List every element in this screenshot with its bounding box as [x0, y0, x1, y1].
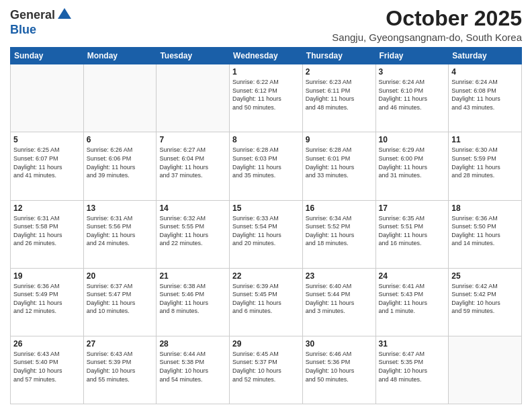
calendar-week-row: 12Sunrise: 6:31 AM Sunset: 5:58 PM Dayli… [11, 200, 522, 268]
day-number: 13 [87, 203, 154, 213]
day-info: Sunrise: 6:43 AM Sunset: 5:39 PM Dayligh… [87, 350, 154, 383]
col-thursday: Thursday [302, 48, 375, 64]
calendar-header-row: Sunday Monday Tuesday Wednesday Thursday… [11, 48, 522, 64]
table-row: 3Sunrise: 6:24 AM Sunset: 6:10 PM Daylig… [375, 64, 449, 132]
table-row: 23Sunrise: 6:40 AM Sunset: 5:44 PM Dayli… [302, 268, 375, 336]
day-number: 1 [232, 67, 300, 77]
col-monday: Monday [83, 48, 157, 64]
table-row: 12Sunrise: 6:31 AM Sunset: 5:58 PM Dayli… [11, 200, 84, 268]
calendar-week-row: 1Sunrise: 6:22 AM Sunset: 6:12 PM Daylig… [11, 64, 522, 132]
day-info: Sunrise: 6:31 AM Sunset: 5:58 PM Dayligh… [13, 214, 81, 248]
table-row: 17Sunrise: 6:35 AM Sunset: 5:51 PM Dayli… [375, 200, 449, 268]
table-row: 27Sunrise: 6:43 AM Sunset: 5:39 PM Dayli… [83, 336, 157, 404]
month-title: October 2025 [332, 7, 522, 30]
day-info: Sunrise: 6:31 AM Sunset: 5:56 PM Dayligh… [87, 214, 154, 248]
day-info: Sunrise: 6:32 AM Sunset: 5:55 PM Dayligh… [159, 214, 226, 248]
calendar-table: Sunday Monday Tuesday Wednesday Thursday… [10, 47, 522, 404]
calendar-week-row: 26Sunrise: 6:43 AM Sunset: 5:40 PM Dayli… [11, 336, 522, 404]
day-info: Sunrise: 6:24 AM Sunset: 6:08 PM Dayligh… [451, 78, 519, 111]
day-info: Sunrise: 6:39 AM Sunset: 5:45 PM Dayligh… [232, 282, 300, 316]
day-number: 11 [451, 135, 519, 144]
table-row: 31Sunrise: 6:47 AM Sunset: 5:35 PM Dayli… [375, 336, 449, 404]
table-row: 21Sunrise: 6:38 AM Sunset: 5:46 PM Dayli… [157, 268, 230, 336]
table-row: 29Sunrise: 6:45 AM Sunset: 5:37 PM Dayli… [230, 336, 303, 404]
day-number: 21 [159, 271, 226, 281]
day-number: 12 [13, 203, 81, 213]
logo-icon [56, 7, 73, 23]
day-info: Sunrise: 6:43 AM Sunset: 5:40 PM Dayligh… [13, 350, 81, 383]
day-number: 25 [451, 271, 519, 281]
table-row: 19Sunrise: 6:36 AM Sunset: 5:49 PM Dayli… [11, 268, 84, 336]
table-row: 14Sunrise: 6:32 AM Sunset: 5:55 PM Dayli… [157, 200, 230, 268]
table-row: 1Sunrise: 6:22 AM Sunset: 6:12 PM Daylig… [230, 64, 303, 132]
day-info: Sunrise: 6:40 AM Sunset: 5:44 PM Dayligh… [306, 282, 373, 316]
day-number: 8 [232, 135, 300, 144]
table-row [11, 64, 84, 132]
day-info: Sunrise: 6:36 AM Sunset: 5:49 PM Dayligh… [13, 282, 81, 316]
table-row: 16Sunrise: 6:34 AM Sunset: 5:52 PM Dayli… [302, 200, 375, 268]
header: General Blue October 2025 Sangju, Gyeong… [10, 7, 522, 43]
table-row: 8Sunrise: 6:28 AM Sunset: 6:03 PM Daylig… [230, 132, 303, 200]
day-number: 22 [232, 271, 300, 281]
day-number: 24 [379, 271, 446, 281]
day-number: 30 [306, 339, 373, 349]
day-info: Sunrise: 6:41 AM Sunset: 5:43 PM Dayligh… [379, 282, 446, 316]
day-info: Sunrise: 6:33 AM Sunset: 5:54 PM Dayligh… [232, 214, 300, 248]
day-info: Sunrise: 6:34 AM Sunset: 5:52 PM Dayligh… [306, 214, 373, 248]
day-number: 20 [87, 271, 154, 281]
col-saturday: Saturday [449, 48, 522, 64]
table-row: 15Sunrise: 6:33 AM Sunset: 5:54 PM Dayli… [230, 200, 303, 268]
table-row: 26Sunrise: 6:43 AM Sunset: 5:40 PM Dayli… [11, 336, 84, 404]
day-number: 10 [379, 135, 446, 144]
day-number: 4 [451, 67, 519, 77]
day-number: 19 [13, 271, 81, 281]
day-info: Sunrise: 6:47 AM Sunset: 5:35 PM Dayligh… [379, 350, 446, 383]
table-row: 11Sunrise: 6:30 AM Sunset: 5:59 PM Dayli… [449, 132, 522, 200]
day-number: 6 [87, 135, 154, 144]
day-number: 3 [379, 67, 446, 77]
calendar-week-row: 19Sunrise: 6:36 AM Sunset: 5:49 PM Dayli… [11, 268, 522, 336]
day-number: 9 [306, 135, 373, 144]
svg-marker-0 [58, 8, 71, 19]
day-info: Sunrise: 6:28 AM Sunset: 6:01 PM Dayligh… [306, 146, 373, 179]
day-info: Sunrise: 6:38 AM Sunset: 5:46 PM Dayligh… [159, 282, 226, 316]
day-info: Sunrise: 6:36 AM Sunset: 5:50 PM Dayligh… [451, 214, 519, 248]
day-number: 7 [159, 135, 226, 144]
table-row: 5Sunrise: 6:25 AM Sunset: 6:07 PM Daylig… [11, 132, 84, 200]
logo-general-text: General [10, 8, 55, 22]
col-friday: Friday [375, 48, 449, 64]
day-info: Sunrise: 6:42 AM Sunset: 5:42 PM Dayligh… [451, 282, 519, 316]
table-row: 20Sunrise: 6:37 AM Sunset: 5:47 PM Dayli… [83, 268, 157, 336]
day-info: Sunrise: 6:44 AM Sunset: 5:38 PM Dayligh… [159, 350, 226, 383]
table-row: 24Sunrise: 6:41 AM Sunset: 5:43 PM Dayli… [375, 268, 449, 336]
day-info: Sunrise: 6:22 AM Sunset: 6:12 PM Dayligh… [232, 78, 300, 111]
day-number: 31 [379, 339, 446, 349]
day-info: Sunrise: 6:30 AM Sunset: 5:59 PM Dayligh… [451, 146, 519, 179]
day-number: 16 [306, 203, 373, 213]
table-row: 28Sunrise: 6:44 AM Sunset: 5:38 PM Dayli… [157, 336, 230, 404]
title-block: October 2025 Sangju, Gyeongsangnam-do, S… [332, 7, 522, 43]
day-number: 18 [451, 203, 519, 213]
table-row: 10Sunrise: 6:29 AM Sunset: 6:00 PM Dayli… [375, 132, 449, 200]
day-info: Sunrise: 6:25 AM Sunset: 6:07 PM Dayligh… [13, 146, 81, 179]
day-info: Sunrise: 6:24 AM Sunset: 6:10 PM Dayligh… [379, 78, 446, 111]
day-number: 17 [379, 203, 446, 213]
table-row: 7Sunrise: 6:27 AM Sunset: 6:04 PM Daylig… [157, 132, 230, 200]
day-number: 15 [232, 203, 300, 213]
day-info: Sunrise: 6:23 AM Sunset: 6:11 PM Dayligh… [306, 78, 373, 111]
logo: General Blue [10, 7, 73, 37]
page: General Blue October 2025 Sangju, Gyeong… [0, 0, 532, 411]
table-row: 4Sunrise: 6:24 AM Sunset: 6:08 PM Daylig… [449, 64, 522, 132]
day-number: 26 [13, 339, 81, 349]
table-row [83, 64, 157, 132]
table-row: 2Sunrise: 6:23 AM Sunset: 6:11 PM Daylig… [302, 64, 375, 132]
col-sunday: Sunday [11, 48, 84, 64]
day-number: 28 [159, 339, 226, 349]
table-row: 22Sunrise: 6:39 AM Sunset: 5:45 PM Dayli… [230, 268, 303, 336]
day-number: 29 [232, 339, 300, 349]
day-info: Sunrise: 6:26 AM Sunset: 6:06 PM Dayligh… [87, 146, 154, 179]
day-number: 23 [306, 271, 373, 281]
col-wednesday: Wednesday [230, 48, 303, 64]
table-row: 25Sunrise: 6:42 AM Sunset: 5:42 PM Dayli… [449, 268, 522, 336]
day-number: 2 [306, 67, 373, 77]
